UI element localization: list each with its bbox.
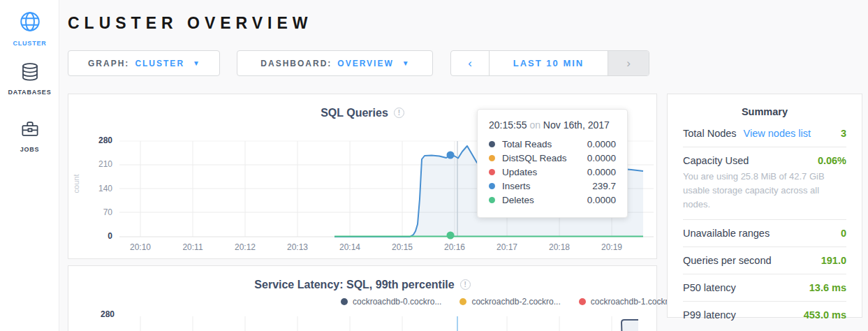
time-range-button[interactable]: LAST 10 MIN	[490, 51, 608, 75]
time-next-button[interactable]: ›	[608, 51, 649, 75]
sidebar: CLUSTER DATABASES JOBS	[0, 0, 59, 331]
summary-row-p50-latency: P50 latency 13.6 ms	[683, 274, 846, 302]
chevron-right-icon: ›	[626, 57, 631, 71]
sidebar-item-cluster[interactable]: CLUSTER	[0, 10, 59, 47]
tooltip-series-row: Updates 0.0000	[489, 165, 616, 179]
summary-row-queries-per-second: Queries per second 191.0	[683, 247, 846, 274]
chevron-down-icon: ▼	[193, 59, 200, 67]
series-color-dot	[489, 141, 495, 147]
sidebar-item-label: JOBS	[0, 146, 59, 153]
graph-dropdown[interactable]: GRAPH: CLUSTER ▼	[68, 50, 220, 76]
globe-icon	[18, 24, 42, 36]
inserts-hover-dot	[447, 152, 455, 159]
sidebar-item-jobs[interactable]: JOBS	[0, 119, 59, 153]
summary-row-capacity-used: Capacity Used 0.06% You are using 25.8 M…	[683, 147, 846, 220]
tooltip-series-row: DistSQL Reads 0.0000	[489, 151, 616, 165]
tooltip-series-row: Total Reads 0.0000	[489, 137, 616, 151]
chart-tooltip: 20:15:55 on Nov 16th, 2017 Total Reads 0…	[477, 109, 628, 218]
time-window-selector: ‹ LAST 10 MIN ›	[450, 50, 649, 76]
dashboard-dropdown[interactable]: DASHBOARD: OVERVIEW ▼	[237, 50, 433, 76]
series-color-dot	[489, 197, 495, 203]
service-latency-chart-card: Service Latency: SQL, 99th percentile! c…	[68, 265, 657, 331]
capacity-subtext: You are using 25.8 MiB of 42.7 GiB usabl…	[683, 170, 846, 212]
chevron-down-icon: ▼	[402, 59, 409, 67]
database-icon	[20, 73, 41, 84]
dashboard-dropdown-value: OVERVIEW	[337, 59, 393, 68]
chevron-left-icon: ‹	[468, 57, 472, 71]
sidebar-item-label: CLUSTER	[0, 40, 59, 47]
summary-row-p99-latency: P99 latency 453.0 ms	[683, 302, 846, 328]
series-color-dot	[489, 155, 495, 161]
tooltip-series-row: Deletes 0.0000	[489, 193, 616, 207]
cluster-overview-page: CLUSTER DATABASES JOBS	[0, 0, 868, 331]
deletes-hover-dot	[447, 232, 455, 240]
series-color-dot	[489, 169, 495, 175]
summary-row-total-nodes: Total Nodes View nodes list 3	[683, 120, 846, 147]
latency-area-fill	[621, 320, 638, 331]
summary-row-unavailable-ranges: Unavailable ranges 0	[683, 220, 846, 247]
series-color-dot	[489, 183, 495, 189]
service-latency-plot[interactable]	[68, 266, 656, 331]
briefcase-icon	[20, 130, 41, 142]
tooltip-series-row: Inserts 239.7	[489, 179, 616, 193]
graph-dropdown-value: CLUSTER	[135, 59, 184, 68]
time-prev-button[interactable]: ‹	[451, 51, 490, 75]
sidebar-item-databases[interactable]: DATABASES	[0, 61, 59, 96]
sidebar-item-label: DATABASES	[0, 89, 59, 96]
graph-dropdown-label: GRAPH:	[88, 59, 129, 68]
summary-panel: Summary Total Nodes View nodes list 3 Ca…	[667, 94, 862, 318]
view-nodes-list-link[interactable]: View nodes list	[744, 128, 811, 139]
page-title: CLUSTER OVERVIEW	[68, 14, 313, 33]
dashboard-dropdown-label: DASHBOARD:	[260, 59, 332, 68]
summary-title: Summary	[683, 94, 846, 117]
tooltip-timestamp: 20:15:55 on Nov 16th, 2017	[489, 119, 616, 131]
sql-queries-chart-card: SQL Queries! count 280 210 140 70 0 20:1…	[68, 94, 657, 259]
